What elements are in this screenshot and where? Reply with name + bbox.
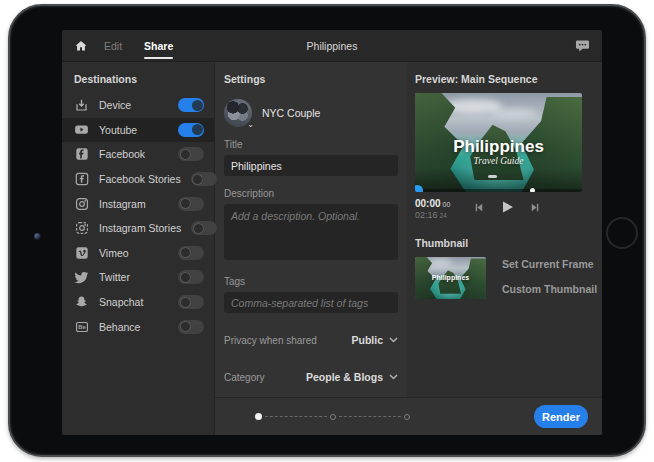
chevron-down-icon (389, 337, 398, 343)
description-label: Description (224, 188, 398, 199)
behance-toggle[interactable] (178, 320, 204, 334)
title-input[interactable] (224, 155, 398, 176)
destination-row-instagram-stories[interactable]: Instagram Stories (62, 216, 214, 241)
home-button[interactable] (606, 217, 638, 249)
top-bar: Edit Share Philippines (62, 30, 602, 62)
destination-label: Behance (99, 321, 168, 333)
video-subtitle-text: Travel Guide (415, 156, 582, 167)
step-connector (339, 416, 401, 417)
privacy-row: Privacy when shared Public (224, 330, 398, 350)
scrub-marker (530, 188, 535, 192)
thumbnail-title-overlay: Philippines (415, 274, 486, 282)
destination-label: Facebook Stories (99, 173, 181, 185)
destination-label: Instagram Stories (99, 222, 181, 234)
destination-label: Instagram (99, 198, 168, 210)
vimeo-toggle[interactable] (178, 246, 204, 260)
title-label: Title (224, 139, 398, 150)
tab-edit[interactable]: Edit (104, 30, 122, 62)
facebook-stories-toggle[interactable] (191, 172, 217, 186)
settings-panel: Settings ⌄ NYC Couple Title Description … (215, 62, 407, 397)
privacy-value: Public (351, 334, 383, 346)
project-title: Philippines (307, 40, 358, 52)
custom-thumbnail-button[interactable]: Custom Thumbnail (502, 283, 597, 295)
destination-row-device[interactable]: Device (62, 93, 214, 118)
thumbnail-header: Thumbnail (415, 237, 602, 249)
destination-row-vimeo[interactable]: Vimeo (62, 241, 214, 266)
destination-row-facebook-stories[interactable]: Facebook Stories (62, 167, 214, 192)
video-title-overlay: Philippines Travel Guide (415, 137, 582, 167)
thumbnail-preview[interactable]: Philippines (415, 257, 486, 299)
category-select[interactable]: People & Blogs (306, 371, 398, 383)
description-input[interactable] (224, 204, 398, 260)
privacy-label: Privacy when shared (224, 335, 317, 346)
settings-header: Settings (224, 73, 398, 85)
front-camera (34, 233, 41, 240)
facebook-toggle[interactable] (178, 147, 204, 161)
privacy-select[interactable]: Public (351, 334, 398, 346)
step-dot-3[interactable] (404, 414, 410, 420)
tab-share[interactable]: Share (144, 30, 173, 62)
destination-label: Device (99, 99, 168, 111)
current-time: 00:00 (415, 198, 441, 209)
account-name: NYC Couple (262, 107, 320, 119)
destination-row-facebook[interactable]: Facebook (62, 142, 214, 167)
scrub-bar[interactable] (415, 189, 582, 192)
instagram-toggle[interactable] (178, 197, 204, 211)
preview-header: Preview: Main Sequence (415, 73, 602, 85)
youtube-icon (74, 122, 89, 137)
account-avatar[interactable]: ⌄ (224, 99, 252, 127)
step-back-button[interactable] (472, 201, 485, 214)
destination-row-behance[interactable]: Be Behance (62, 314, 214, 339)
set-current-frame-button[interactable]: Set Current Frame (502, 258, 597, 270)
destination-label: Twitter (99, 271, 168, 283)
render-button[interactable]: Render (534, 405, 588, 428)
svg-text:Be: Be (78, 324, 85, 330)
chat-bubble-icon (575, 39, 590, 53)
instagram-stories-icon (74, 221, 89, 236)
chevron-down-icon: ⌄ (247, 120, 254, 129)
device-toggle[interactable] (178, 98, 204, 112)
timecode: 00:0000 02:1624 (415, 198, 450, 221)
destination-label: Vimeo (99, 247, 168, 259)
step-dot-1[interactable] (255, 413, 262, 420)
tab-share-label: Share (144, 40, 173, 52)
destination-row-youtube[interactable]: Youtube (62, 118, 214, 143)
twitter-toggle[interactable] (178, 270, 204, 284)
snapchat-icon (74, 295, 89, 310)
destinations-header: Destinations (62, 62, 214, 93)
instagram-stories-toggle[interactable] (191, 221, 217, 235)
destination-row-twitter[interactable]: Twitter (62, 265, 214, 290)
step-dot-2[interactable] (330, 414, 336, 420)
behance-icon: Be (74, 319, 89, 334)
twitter-icon (74, 270, 89, 285)
account-row[interactable]: ⌄ NYC Couple (224, 99, 398, 127)
tags-label: Tags (224, 276, 398, 287)
current-frames: 00 (443, 201, 451, 208)
progress-stepper (255, 413, 410, 420)
cloud-art (490, 108, 537, 118)
app-screen: Edit Share Philippines Destinations Devi… (62, 30, 602, 435)
tags-input[interactable] (224, 292, 398, 313)
step-forward-button[interactable] (529, 201, 542, 214)
vimeo-icon (74, 245, 89, 260)
facebook-icon (74, 147, 89, 162)
snapchat-toggle[interactable] (178, 295, 204, 309)
destination-row-instagram[interactable]: Instagram (62, 191, 214, 216)
instagram-icon (74, 196, 89, 211)
ipad-frame: Edit Share Philippines Destinations Devi… (8, 4, 646, 457)
thumbnail-title-text: Philippines (432, 274, 469, 281)
home-nav-button[interactable] (74, 39, 88, 53)
youtube-toggle[interactable] (178, 123, 204, 137)
destination-row-snapchat[interactable]: Snapchat (62, 290, 214, 315)
category-label: Category (224, 372, 265, 383)
destination-label: Snapchat (99, 296, 168, 308)
device-icon (74, 98, 89, 113)
video-title-text: Philippines (453, 137, 544, 156)
preview-panel: Preview: Main Sequence Philippines (407, 62, 602, 397)
play-button[interactable] (499, 199, 515, 215)
video-preview[interactable]: Philippines Travel Guide (415, 93, 582, 192)
feedback-button[interactable] (575, 39, 590, 53)
facebook-stories-icon (74, 172, 89, 187)
duration-frames: 24 (440, 212, 447, 219)
destinations-sidebar: Destinations Device Youtube (62, 62, 215, 435)
